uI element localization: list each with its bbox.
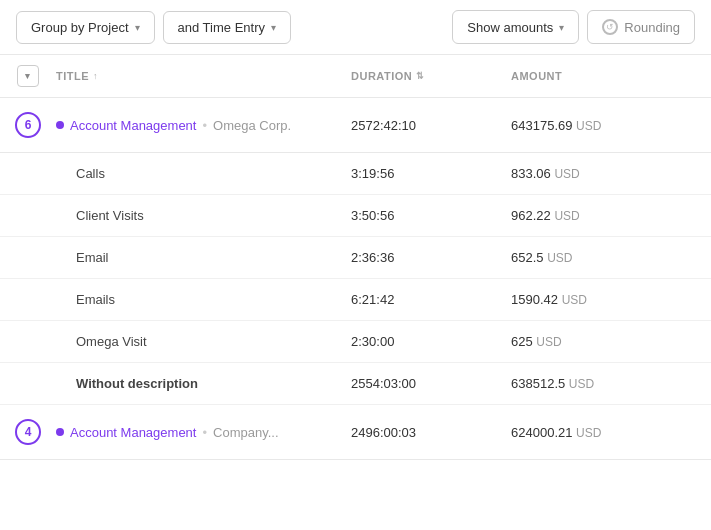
amount-cell: 625 USD (511, 334, 711, 349)
project-title-cell: Account Management • Omega Corp. (56, 118, 351, 133)
table-row: Email 2:36:36 652.5 USD (0, 237, 711, 279)
col-amount-header: AMOUNT (511, 65, 711, 87)
project-color-dot (56, 121, 64, 129)
project-client: Company... (213, 425, 279, 440)
time-entries-table: ▾ TITLE ↑ DURATION ⇅ AMOUNT 6 Account Ma… (0, 55, 711, 460)
show-amounts-label: Show amounts (467, 20, 553, 35)
table-row: Without description 2554:03:00 638512.5 … (0, 363, 711, 405)
group-by-project-dropdown[interactable]: Group by Project ▾ (16, 11, 155, 44)
chevron-down-icon: ▾ (25, 71, 31, 81)
entry-label: Calls (56, 166, 351, 181)
amount-cell: 638512.5 USD (511, 376, 711, 391)
table-header: ▾ TITLE ↑ DURATION ⇅ AMOUNT (0, 55, 711, 98)
col-check[interactable]: ▾ (0, 65, 56, 87)
duration-cell: 2554:03:00 (351, 376, 511, 391)
entry-label: Email (56, 250, 351, 265)
time-entry-dropdown[interactable]: and Time Entry ▾ (163, 11, 291, 44)
chevron-down-icon: ▾ (559, 22, 564, 33)
show-amounts-dropdown[interactable]: Show amounts ▾ (452, 10, 579, 44)
amount-cell: 624000.21 USD (511, 425, 711, 440)
duration-cell: 2:30:00 (351, 334, 511, 349)
table-row: 6 Account Management • Omega Corp. 2572:… (0, 98, 711, 153)
project-count-badge: 6 (15, 112, 41, 138)
col-title-header[interactable]: TITLE ↑ (56, 65, 351, 87)
entry-label: Emails (56, 292, 351, 307)
entry-label: Client Visits (56, 208, 351, 223)
rounding-button[interactable]: ↺ Rounding (587, 10, 695, 44)
amount-cell: 643175.69 USD (511, 118, 711, 133)
time-entry-label: and Time Entry (178, 20, 265, 35)
table-row: Client Visits 3:50:56 962.22 USD (0, 195, 711, 237)
toolbar: Group by Project ▾ and Time Entry ▾ Show… (0, 0, 711, 55)
table-row: Omega Visit 2:30:00 625 USD (0, 321, 711, 363)
project-title-cell: Account Management • Company... (56, 425, 351, 440)
duration-cell: 2:36:36 (351, 250, 511, 265)
rounding-label: Rounding (624, 20, 680, 35)
sort-icon: ⇅ (416, 71, 425, 81)
project-name[interactable]: Account Management (70, 425, 196, 440)
table-row: Emails 6:21:42 1590.42 USD (0, 279, 711, 321)
duration-cell: 3:50:56 (351, 208, 511, 223)
table-row: 4 Account Management • Company... 2496:0… (0, 405, 711, 460)
amount-cell: 833.06 USD (511, 166, 711, 181)
sort-asc-icon: ↑ (93, 71, 98, 81)
project-badge-cell: 6 (0, 112, 56, 138)
project-name[interactable]: Account Management (70, 118, 196, 133)
duration-cell: 2496:00:03 (351, 425, 511, 440)
col-duration-header: DURATION ⇅ (351, 65, 511, 87)
project-badge-cell: 4 (0, 419, 56, 445)
amount-cell: 962.22 USD (511, 208, 711, 223)
entry-label: Without description (56, 376, 351, 391)
rounding-icon: ↺ (602, 19, 618, 35)
amount-cell: 652.5 USD (511, 250, 711, 265)
amount-cell: 1590.42 USD (511, 292, 711, 307)
duration-cell: 3:19:56 (351, 166, 511, 181)
table-row: Calls 3:19:56 833.06 USD (0, 153, 711, 195)
group-by-label: Group by Project (31, 20, 129, 35)
duration-cell: 6:21:42 (351, 292, 511, 307)
chevron-down-icon: ▾ (135, 22, 140, 33)
project-client: Omega Corp. (213, 118, 291, 133)
project-count-badge: 4 (15, 419, 41, 445)
duration-cell: 2572:42:10 (351, 118, 511, 133)
project-color-dot (56, 428, 64, 436)
chevron-down-icon: ▾ (271, 22, 276, 33)
entry-label: Omega Visit (56, 334, 351, 349)
select-all-dropdown[interactable]: ▾ (17, 65, 39, 87)
